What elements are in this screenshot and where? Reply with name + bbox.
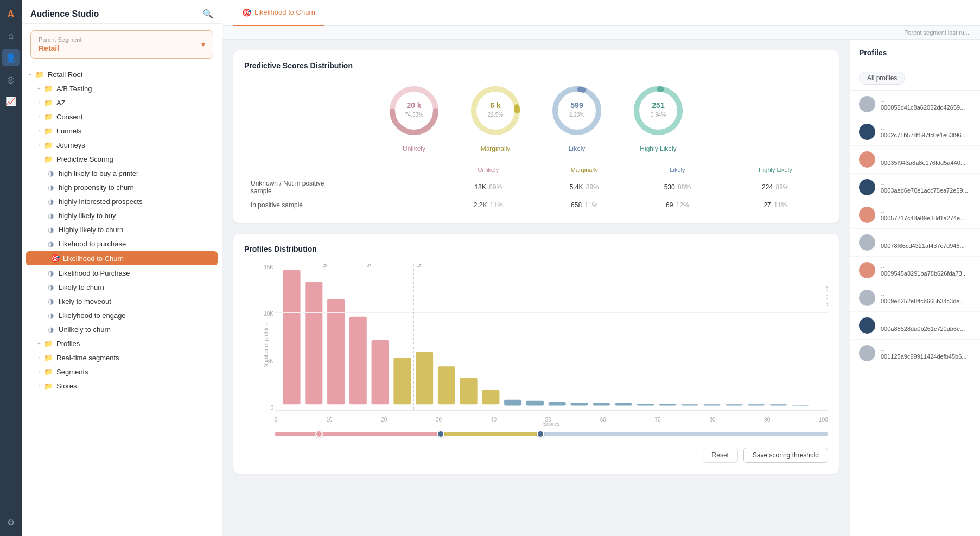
svg-rect-37 bbox=[748, 404, 765, 405]
profiles-filter: All profiles bbox=[850, 66, 980, 91]
content-area: Predictive Scores Distribution 20 k 74.3… bbox=[222, 40, 980, 536]
tree-container: − 📁 Retail Root + 📁 A/B Testing + 📁 AZ +… bbox=[22, 65, 222, 536]
parent-segment-selector[interactable]: Parent Segment Retail ▾ bbox=[30, 30, 213, 59]
profile-list-item[interactable]: -- 00035f943a8a8e176fdd5a440... bbox=[850, 146, 980, 174]
svg-rect-23 bbox=[438, 366, 455, 404]
tree-item-high-propensity-churn[interactable]: ◑ high propensity to churn bbox=[22, 180, 222, 194]
folder-icon-journeys: 📁 bbox=[43, 140, 53, 150]
profile-dash: -- bbox=[881, 319, 965, 326]
score-icon-hlc: ◑ bbox=[46, 225, 55, 234]
predictive-scores-title: Predictive Scores Distribution bbox=[244, 61, 828, 70]
score-icon-lp2: ◑ bbox=[46, 268, 55, 278]
svg-rect-26 bbox=[504, 400, 521, 406]
svg-rect-34 bbox=[681, 404, 698, 405]
subheader-text: Parent segment last ru... bbox=[904, 29, 969, 36]
stats-cell-pos-unlikely: 2.2K 11% bbox=[440, 198, 536, 212]
tree-item-likely-churn[interactable]: ◑ Likely to churn bbox=[22, 280, 222, 294]
profile-list-item[interactable]: -- 0002c71b578f597fc0e1e63f96... bbox=[850, 118, 980, 146]
stats-col-label bbox=[244, 163, 440, 176]
chevron-down-icon: ▾ bbox=[201, 40, 205, 49]
tree-item-stores[interactable]: + 📁 Stores bbox=[22, 379, 222, 393]
profile-dash: -- bbox=[881, 153, 965, 159]
svg-rect-24 bbox=[460, 378, 478, 404]
stats-col-highly: Highly Likely bbox=[723, 163, 828, 176]
profile-list-item[interactable]: -- 001125a9c99911424defb45b6... bbox=[850, 340, 980, 367]
expand-icon-consent: + bbox=[35, 112, 43, 121]
tree-item-likely-moveout[interactable]: ◑ likely to moveout bbox=[22, 294, 222, 308]
tree-item-az[interactable]: + 📁 AZ bbox=[22, 95, 222, 110]
stats-cell-unknown-unlikely: 18K 89% bbox=[440, 176, 536, 198]
folder-icon: 📁 bbox=[35, 69, 44, 79]
users-icon[interactable]: 👤 bbox=[2, 49, 20, 66]
tree-item-label-az: AZ bbox=[56, 99, 66, 107]
threshold-actions: Reset Save scoring threshold bbox=[244, 448, 828, 463]
slider-dot-2[interactable] bbox=[437, 430, 444, 438]
icon-rail: A ⌂ 👤 ◎ 📈 ⚙ bbox=[0, 0, 22, 536]
tab-icon-churn: 🎯 bbox=[242, 8, 251, 17]
save-scoring-threshold-button[interactable]: Save scoring threshold bbox=[743, 448, 828, 463]
search-icon[interactable]: 🔍 bbox=[202, 9, 213, 19]
slider-dot-1[interactable] bbox=[315, 430, 323, 438]
score-icon-le: ◑ bbox=[46, 310, 55, 320]
donut-likely-label: Likely bbox=[569, 145, 586, 152]
folder-icon-ps: 📁 bbox=[43, 154, 53, 164]
profile-id: 00078f66cd4321af437c7d948... bbox=[881, 243, 965, 249]
tree-item-segments[interactable]: + 📁 Segments bbox=[22, 365, 222, 379]
tree-item-profiles[interactable]: + 📁 Profiles bbox=[22, 336, 222, 350]
tree-item-label-hpc: high propensity to churn bbox=[59, 183, 134, 192]
all-profiles-filter-button[interactable]: All profiles bbox=[859, 72, 905, 85]
tree-item-predictive-scoring[interactable]: − 📁 Predictive Scoring bbox=[22, 152, 222, 166]
sidebar-header: Audience Studio 🔍 bbox=[22, 0, 222, 24]
tree-item-funnels[interactable]: + 📁 Funnels bbox=[22, 124, 222, 138]
svg-rect-30 bbox=[593, 403, 610, 405]
profile-list-item[interactable]: -- 0009e8252e8ffcb665b34c3de... bbox=[850, 284, 980, 312]
svg-text:599: 599 bbox=[570, 101, 583, 110]
profile-info: -- 00078f66cd4321af437c7d948... bbox=[881, 236, 965, 249]
tree-item-highly-interested[interactable]: ◑ highly interested prospects bbox=[22, 194, 222, 208]
profile-dash: -- bbox=[881, 264, 967, 270]
slider-dot-3[interactable] bbox=[537, 430, 544, 438]
profile-list-item[interactable]: -- 000a88528da0b261c720ab6e... bbox=[850, 312, 980, 340]
profile-dash: -- bbox=[881, 98, 965, 104]
grid-line-1 bbox=[275, 312, 828, 313]
main-content: 🎯 Likelihood to Churn Parent segment las… bbox=[222, 0, 980, 536]
tree-item-likehood-purchase[interactable]: ◑ Likehood to purchase bbox=[22, 237, 222, 251]
profile-avatar bbox=[859, 96, 875, 112]
tree-item-high-likely-printer[interactable]: ◑ high likely to buy a printer bbox=[22, 166, 222, 180]
home-icon[interactable]: ⌂ bbox=[2, 27, 20, 44]
profile-list-item[interactable]: -- 00078f66cd4321af437c7d948... bbox=[850, 229, 980, 257]
folder-icon-ab: 📁 bbox=[43, 84, 53, 93]
tree-item-ab-testing[interactable]: + 📁 A/B Testing bbox=[22, 81, 222, 95]
donut-highly-likely-svg: 251 0.94% bbox=[628, 81, 688, 141]
reset-button[interactable]: Reset bbox=[703, 448, 738, 463]
tree-item-label-ltc: Likelihood to Churn bbox=[63, 254, 124, 263]
tab-likelihood-to-churn[interactable]: 🎯 Likelihood to Churn bbox=[233, 0, 324, 26]
tree-item-highly-likely-buy[interactable]: ◑ highly likely to buy bbox=[22, 208, 222, 222]
segments-icon[interactable]: ◎ bbox=[2, 71, 20, 88]
stats-cell-pos-likely: 69 12% bbox=[632, 198, 722, 212]
tree-item-consent[interactable]: + 📁 Consent bbox=[22, 110, 222, 124]
threshold-slider-track bbox=[275, 432, 828, 436]
profile-dash: -- bbox=[881, 291, 965, 298]
tree-item-realtime[interactable]: + 📁 Real-time segments bbox=[22, 350, 222, 365]
tab-bar: 🎯 Likelihood to Churn bbox=[222, 0, 980, 26]
score-icon-lc: ◑ bbox=[46, 282, 55, 292]
donut-marginally-container: 6 k 22.5% bbox=[466, 81, 525, 141]
analytics-icon[interactable]: 📈 bbox=[2, 92, 20, 110]
tree-item-unlikely-churn[interactable]: ◑ Unlikely to churn bbox=[22, 322, 222, 336]
donuts-row: 20 k 74.33% Unlikely 6 k bbox=[244, 81, 828, 152]
tree-item-likelyhood-engage[interactable]: ◑ Likelyhood to engage bbox=[22, 308, 222, 322]
settings-icon[interactable]: ⚙ bbox=[2, 513, 20, 531]
profiles-list: -- 000055d41c8a62052dd42659... -- 0002c7… bbox=[850, 91, 980, 367]
tree-item-likelihood-churn[interactable]: 🎯 Likelihood to Churn bbox=[26, 251, 218, 265]
tree-item-retail-root[interactable]: − 📁 Retail Root bbox=[22, 67, 222, 81]
tree-item-likelihood-purchase2[interactable]: ◑ Likelihood to Purchase bbox=[22, 266, 222, 280]
profile-list-item[interactable]: -- 000055d41c8a62052dd42659... bbox=[850, 91, 980, 118]
profile-list-item[interactable]: -- 0003aed6e70e1acc75ea72e59... bbox=[850, 174, 980, 201]
tree-item-label-le: Likelyhood to engage bbox=[59, 311, 126, 320]
profile-info: -- 000a88528da0b261c720ab6e... bbox=[881, 319, 965, 332]
tree-item-highly-likely-churn[interactable]: ◑ Highly likely to churn bbox=[22, 222, 222, 237]
tree-item-journeys[interactable]: + 📁 Journeys bbox=[22, 138, 222, 152]
profile-list-item[interactable]: -- 00057717c48a09e38d1a274e... bbox=[850, 201, 980, 229]
profile-list-item[interactable]: -- 0009545a8291ba78b626fda73... bbox=[850, 257, 980, 284]
